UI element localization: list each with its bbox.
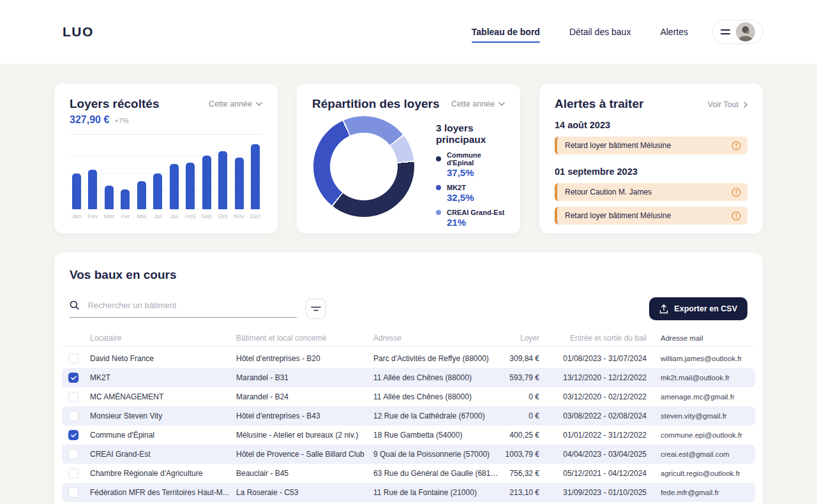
legend-label: CREAI Grand-Est [447, 209, 504, 216]
legend-item: Commune d'Epinal37,5% [436, 151, 505, 178]
bar-column: Aoû [183, 140, 197, 219]
alert-item[interactable]: Retard loyer bâtiment Mélusine [555, 137, 747, 154]
donut-legend: 3 loyers principaux Commune d'Epinal37,5… [436, 116, 505, 228]
nav-item-tableau-de-bord[interactable]: Tableau de bord [472, 27, 540, 37]
row-checkbox[interactable] [68, 392, 79, 402]
legend-label: MK2T [447, 184, 466, 191]
bar-column: Jan [70, 140, 84, 219]
voir-tout-link[interactable]: Voir Tout [708, 100, 747, 109]
legend-percentage: 32,5% [447, 192, 505, 203]
upload-icon [659, 304, 668, 314]
column-header-bat: Bâtiment et local concerné [236, 334, 373, 343]
chevron-down-icon [256, 102, 262, 106]
row-checkbox[interactable] [68, 449, 79, 459]
bars-container: JanFevMarAvrMaiJuiJuiAoûSepOctNovDec [70, 140, 262, 219]
cell-adresse: 63 Rue du Général de Gaulle (68100) [373, 469, 501, 478]
cell-loyer: 0 € [501, 392, 539, 401]
cell-loyer: 309,84 € [501, 354, 539, 363]
summary-cards-row: Loyers récoltés Cette année 327,90 € +7%… [54, 84, 763, 233]
table-toolbar: Exporter en CSV [70, 297, 747, 320]
cell-bail: 13/12/2020 - 12/12/2022 [539, 373, 647, 382]
column-header-name: Locataire [90, 334, 236, 343]
alertes-card-title: Alertes à traiter [555, 97, 643, 111]
nav-item-d-tail-des-baux[interactable]: Détail des baux [569, 27, 631, 37]
cell-mail: agricult.regio@outlook.fr [647, 470, 755, 477]
row-checkbox[interactable] [68, 430, 79, 440]
repartition-period-dropdown[interactable]: Cette année [451, 100, 505, 108]
alert-item[interactable]: Retour Caution M. James [555, 183, 747, 201]
bar [218, 151, 227, 209]
cell-adresse: 18 Rue Gambetta (54000) [373, 431, 501, 440]
cell-loyer: 1003,79 € [501, 450, 539, 459]
main-nav: Tableau de bordDétail des bauxAlertes [472, 27, 688, 37]
table-row[interactable]: MC AMÉNAGEMENTMarandel - B2411 Allée des… [62, 387, 755, 406]
row-checkbox[interactable] [68, 411, 79, 421]
chevron-right-icon [744, 101, 747, 108]
leases-table-title: Vos baux en cours [54, 268, 763, 282]
cell-mail: amenage.mc@gmail.fr [647, 393, 755, 401]
hamburger-menu-icon [721, 29, 730, 34]
legend-item: CREAI Grand-Est21% [436, 209, 505, 228]
cell-locataire: Chambre Régionale d'Agriculture [90, 469, 236, 478]
loyers-period-value: Cette année [209, 100, 252, 108]
row-checkbox[interactable] [68, 468, 79, 478]
search-field[interactable] [70, 300, 297, 318]
column-header-mail: Adresse mail [647, 334, 755, 342]
loyers-donut-chart [313, 116, 414, 217]
filter-button[interactable] [306, 299, 326, 319]
cell-loyer: 400,25 € [501, 431, 539, 440]
table-row[interactable]: Commune d'ÉpinalMélusine - Atelier et bu… [62, 426, 755, 445]
cell-locataire: MC AMÉNAGEMENT [90, 392, 236, 401]
alert-label: Retour Caution M. James [565, 188, 731, 196]
cell-locataire: CREAI Grand-Est [90, 450, 236, 459]
table-row[interactable]: Monsieur Steven VityHôtel d'entreprises … [62, 406, 755, 426]
bar-month-label: Nov [234, 213, 244, 219]
nav-item-alertes[interactable]: Alertes [660, 27, 688, 37]
row-checkbox[interactable] [68, 373, 79, 383]
row-checkbox[interactable] [68, 353, 79, 364]
legend-title: 3 loyers principaux [436, 122, 505, 145]
dashboard-content: Loyers récoltés Cette année 327,90 € +7%… [0, 64, 817, 504]
cell-adresse: 11 Rue de la Fontaine (21000) [373, 488, 501, 497]
bar-month-label: Mai [137, 213, 146, 219]
leases-table-card: Vos baux en cours Exporter en CSV [54, 253, 763, 504]
cell-mail: creai.est@gmail.com [647, 450, 755, 458]
cell-mail: william.james@outlook.fr [647, 355, 755, 362]
export-csv-button[interactable]: Exporter en CSV [649, 297, 747, 320]
bar-column: Fev [86, 140, 100, 219]
search-input[interactable] [88, 300, 297, 310]
cell-batiment: Hôtel d'entreprises - B43 [236, 411, 373, 420]
alert-item[interactable]: Retard loyer bâtiment Mélusine [555, 207, 747, 225]
table-row[interactable]: MK2TMarandel - B3111 Allée des Chênes (8… [62, 368, 755, 387]
cell-batiment: Hôtel de Provence - Salle Billard Club [236, 450, 373, 459]
bar-month-label: Oct [218, 213, 228, 219]
bar-column: Nov [232, 140, 246, 219]
top-navigation-bar: LUO Tableau de bordDétail des bauxAlerte… [0, 0, 817, 64]
bar [72, 174, 81, 209]
cell-batiment: Marandel - B31 [236, 373, 373, 382]
bar-column: Dec [248, 140, 262, 219]
warning-icon [731, 141, 741, 151]
row-checkbox[interactable] [68, 487, 79, 498]
alert-label: Retard loyer bâtiment Mélusine [565, 211, 731, 220]
table-row[interactable]: CREAI Grand-EstHôtel de Provence - Salle… [62, 445, 755, 464]
profile-menu-button[interactable] [712, 20, 763, 44]
table-row[interactable]: David Neto FranceHôtel d'entreprises - B… [62, 349, 755, 368]
loyers-period-dropdown[interactable]: Cette année [209, 100, 262, 108]
bar-column: Jui [167, 140, 181, 219]
cell-batiment: Marandel - B24 [236, 392, 373, 401]
table-row[interactable]: Chambre Régionale d'AgricultureBeauclair… [62, 464, 755, 483]
table-header-row: LocataireBâtiment et local concernéAdres… [62, 333, 755, 346]
cell-locataire: Commune d'Épinal [90, 431, 236, 440]
table-row[interactable]: Fédération MFR des Territoires Haut-M...… [62, 483, 755, 502]
cell-mail: mk2t.mail@outlook.fr [647, 374, 755, 382]
bar [121, 189, 130, 209]
cell-batiment: Mélusine - Atelier et bureaux (2 niv.) [236, 431, 373, 440]
bar-month-label: Jan [71, 213, 81, 219]
repartition-period-value: Cette année [451, 100, 495, 108]
bar [88, 170, 97, 209]
search-icon [70, 300, 80, 311]
legend-label: Commune d'Epinal [447, 151, 505, 167]
bar [202, 156, 211, 209]
legend-item: MK2T32,5% [436, 184, 505, 203]
